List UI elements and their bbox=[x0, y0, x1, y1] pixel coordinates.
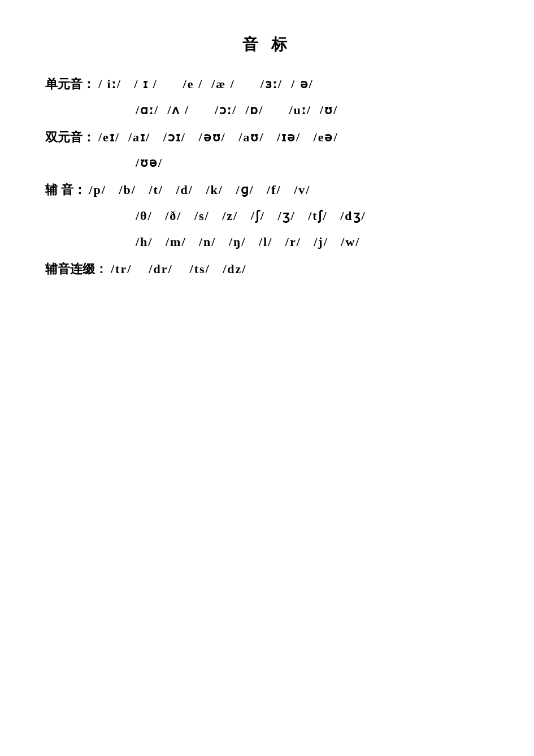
monophthongs-phonemes-2: /ɑː/ /ʌ / /ɔː/ /ɒ/ /uː/ /ʊ/ bbox=[45, 98, 338, 122]
section-consonants: 辅 音： /p/ /b/ /t/ /d/ /k/ /ɡ/ /f/ /v/ /θ/… bbox=[45, 178, 489, 253]
consonants-phonemes-1: /p/ /b/ /t/ /d/ /k/ /ɡ/ /f/ /v/ bbox=[89, 178, 311, 202]
consonants-phonemes-3: /h/ /m/ /n/ /ŋ/ /l/ /r/ /j/ /w/ bbox=[45, 230, 360, 254]
consonant-clusters-phonemes-1: /tr/ /dr/ /ts/ /dz/ bbox=[111, 257, 246, 281]
section-diphthongs: 双元音： /eɪ/ /aɪ/ /ɔɪ/ /əʊ/ /aʊ/ /ɪə/ /eə/ … bbox=[45, 126, 489, 175]
consonants-label: 辅 音： bbox=[45, 178, 86, 202]
diphthongs-label: 双元音： bbox=[45, 126, 95, 149]
diphthongs-row-2: /ʊə/ bbox=[45, 151, 489, 175]
page-title: 音 标 bbox=[45, 34, 489, 55]
monophthongs-row-1: 单元音： / iː/ / ɪ / /e / /æ / /ɜː/ / ə/ bbox=[45, 72, 489, 96]
diphthongs-phonemes-2: /ʊə/ bbox=[45, 151, 163, 175]
consonant-clusters-label: 辅音连缀： bbox=[45, 257, 107, 281]
consonants-row-3: /h/ /m/ /n/ /ŋ/ /l/ /r/ /j/ /w/ bbox=[45, 230, 489, 254]
monophthongs-phonemes-1: / iː/ / ɪ / /e / /æ / /ɜː/ / ə/ bbox=[98, 72, 314, 96]
section-consonant-clusters: 辅音连缀： /tr/ /dr/ /ts/ /dz/ bbox=[45, 257, 489, 281]
section-monophthongs: 单元音： / iː/ / ɪ / /e / /æ / /ɜː/ / ə/ /ɑː… bbox=[45, 72, 489, 122]
consonants-row-1: 辅 音： /p/ /b/ /t/ /d/ /k/ /ɡ/ /f/ /v/ bbox=[45, 178, 489, 202]
consonants-row-2: /θ/ /ð/ /s/ /z/ /ʃ/ /ʒ/ /tʃ/ /dʒ/ bbox=[45, 204, 489, 228]
monophthongs-label: 单元音： bbox=[45, 72, 95, 96]
page: 音 标 单元音： / iː/ / ɪ / /e / /æ / /ɜː/ / ə/… bbox=[0, 0, 534, 756]
monophthongs-row-2: /ɑː/ /ʌ / /ɔː/ /ɒ/ /uː/ /ʊ/ bbox=[45, 98, 489, 122]
diphthongs-phonemes-1: /eɪ/ /aɪ/ /ɔɪ/ /əʊ/ /aʊ/ /ɪə/ /eə/ bbox=[98, 126, 338, 149]
consonant-clusters-row-1: 辅音连缀： /tr/ /dr/ /ts/ /dz/ bbox=[45, 257, 489, 281]
consonants-phonemes-2: /θ/ /ð/ /s/ /z/ /ʃ/ /ʒ/ /tʃ/ /dʒ/ bbox=[45, 204, 366, 228]
diphthongs-row-1: 双元音： /eɪ/ /aɪ/ /ɔɪ/ /əʊ/ /aʊ/ /ɪə/ /eə/ bbox=[45, 126, 489, 149]
